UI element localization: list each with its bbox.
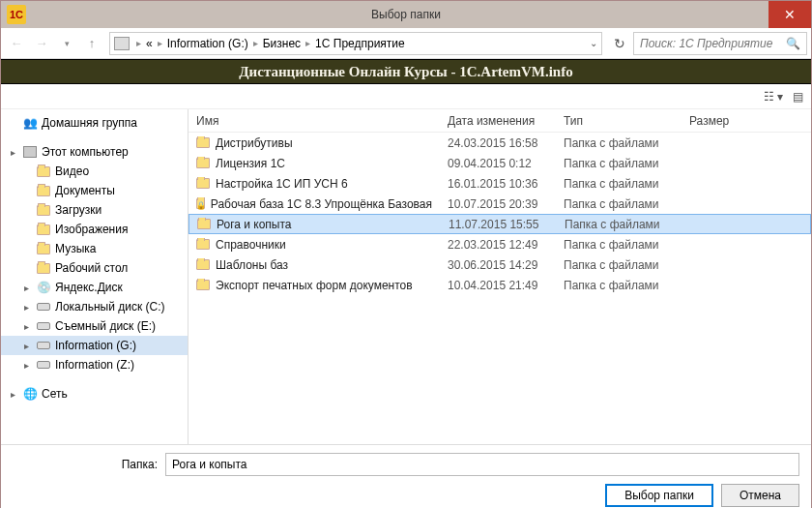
file-type: Папка с файлами bbox=[557, 218, 682, 231]
tree-item[interactable]: Изображения bbox=[1, 220, 188, 239]
titlebar: 1C Выбор папки ✕ bbox=[1, 1, 811, 28]
nav-forward-button[interactable]: → bbox=[30, 32, 53, 55]
drive-icon bbox=[36, 357, 51, 373]
tree-item-label: Видео bbox=[55, 164, 89, 178]
drive-removable-icon bbox=[36, 318, 51, 334]
search-icon: 🔍 bbox=[786, 37, 800, 50]
file-type: Папка с файлами bbox=[556, 197, 682, 211]
breadcrumb-part[interactable]: 1С Предприятие bbox=[315, 37, 405, 50]
breadcrumb-sep-icon: ▸ bbox=[158, 38, 162, 48]
expand-icon[interactable]: ▸ bbox=[20, 341, 32, 351]
nav-back-button[interactable]: ← bbox=[5, 32, 28, 55]
navbar: ← → ▾ ↑ ▸ « ▸ Information (G:) ▸ Бизнес … bbox=[1, 28, 811, 59]
folder-icon bbox=[196, 178, 210, 189]
expand-icon[interactable]: ▸ bbox=[7, 389, 18, 400]
nav-tree[interactable]: 👥Домашняя группа▸Этот компьютерВидеоДоку… bbox=[1, 109, 188, 444]
list-header[interactable]: Имя Дата изменения Тип Размер bbox=[188, 109, 811, 133]
nav-up-button[interactable]: ↑ bbox=[80, 32, 103, 55]
app-icon: 1C bbox=[7, 5, 26, 24]
drive-icon bbox=[36, 338, 51, 353]
file-name: Шаблоны баз bbox=[216, 258, 288, 272]
file-type: Папка с файлами bbox=[556, 238, 682, 252]
select-folder-label: Выбор папки bbox=[624, 489, 694, 502]
list-row[interactable]: Справочники22.03.2015 12:49Папка с файла… bbox=[188, 234, 811, 254]
file-date: 22.03.2015 12:49 bbox=[440, 238, 556, 252]
list-row[interactable]: Лицензия 1С09.04.2015 0:12Папка с файлам… bbox=[188, 153, 811, 173]
expand-icon[interactable]: ▸ bbox=[20, 360, 32, 371]
breadcrumb[interactable]: ▸ « ▸ Information (G:) ▸ Бизнес ▸ 1С Пре… bbox=[109, 32, 602, 55]
tree-item-label: Information (Z:) bbox=[55, 358, 134, 372]
tree-item[interactable]: Документы bbox=[1, 181, 188, 200]
file-name: Экспорт печатных форм документов bbox=[216, 279, 413, 292]
file-type: Папка с файлами bbox=[556, 136, 682, 150]
breadcrumb-sep-icon: ▸ bbox=[136, 38, 141, 48]
homegroup-icon: 👥 bbox=[22, 115, 38, 131]
tree-item-label: Яндекс.Диск bbox=[55, 281, 123, 294]
file-date: 10.07.2015 20:39 bbox=[440, 197, 556, 211]
breadcrumb-dropdown-icon[interactable]: ⌄ bbox=[590, 38, 597, 48]
folder-icon bbox=[197, 219, 211, 229]
col-header-name[interactable]: Имя bbox=[188, 114, 440, 128]
file-name: Дистрибутивы bbox=[216, 136, 293, 150]
folder-field-label: Папка: bbox=[109, 458, 158, 471]
tree-item-label: Домашняя группа bbox=[42, 116, 137, 130]
folder-icon bbox=[196, 137, 210, 148]
tree-item[interactable]: ▸💿Яндекс.Диск bbox=[1, 278, 188, 297]
computer-icon bbox=[114, 37, 130, 50]
view-icons-button[interactable]: ☷ ▾ bbox=[764, 90, 783, 104]
tree-item[interactable]: ▸Съемный диск (E:) bbox=[1, 316, 188, 336]
breadcrumb-part[interactable]: Information (G:) bbox=[167, 37, 248, 50]
folder-blue-icon bbox=[36, 260, 51, 276]
breadcrumb-ellipsis[interactable]: « bbox=[146, 37, 153, 50]
folder-picker-window: 1C Выбор папки ✕ ← → ▾ ↑ ▸ « ▸ Informati… bbox=[0, 0, 812, 508]
tree-item[interactable]: ▸Information (G:) bbox=[1, 336, 188, 355]
refresh-button[interactable]: ↻ bbox=[608, 32, 631, 55]
tree-item[interactable]: ▸Локальный диск (C:) bbox=[1, 297, 188, 316]
list-row[interactable]: Настройка 1С ИП УСН 616.01.2015 10:36Пап… bbox=[188, 173, 811, 194]
file-list[interactable]: Имя Дата изменения Тип Размер Дистрибути… bbox=[188, 109, 811, 444]
col-header-size[interactable]: Размер bbox=[682, 114, 759, 128]
breadcrumb-sep-icon: ▸ bbox=[253, 38, 258, 48]
list-row[interactable]: Дистрибутивы24.03.2015 16:58Папка с файл… bbox=[188, 133, 811, 153]
tree-item[interactable]: ▸Information (Z:) bbox=[1, 355, 188, 374]
expand-icon[interactable]: ▸ bbox=[7, 147, 18, 158]
list-row[interactable]: Экспорт печатных форм документов10.04.20… bbox=[188, 275, 811, 295]
cancel-button[interactable]: Отмена bbox=[721, 484, 799, 507]
tree-item[interactable]: Загрузки bbox=[1, 200, 188, 220]
tree-item-label: Изображения bbox=[55, 223, 128, 236]
tree-item[interactable]: Видео bbox=[1, 162, 188, 181]
list-row[interactable]: Шаблоны баз30.06.2015 14:29Папка с файла… bbox=[188, 254, 811, 275]
nav-recent-dropdown[interactable]: ▾ bbox=[55, 32, 78, 55]
tree-item[interactable]: ▸Этот компьютер bbox=[1, 142, 188, 162]
folder-name-input[interactable] bbox=[165, 453, 799, 476]
window-title: Выбор папки bbox=[1, 8, 811, 21]
expand-icon[interactable]: ▸ bbox=[20, 321, 32, 332]
tree-item[interactable]: Рабочий стол bbox=[1, 258, 188, 278]
file-type: Папка с файлами bbox=[556, 177, 682, 191]
search-input[interactable] bbox=[640, 37, 786, 50]
overlay-banner: Дистанционные Онлайн Курсы - 1C.ArtemVM.… bbox=[1, 59, 811, 84]
expand-icon[interactable]: ▸ bbox=[20, 283, 32, 293]
expand-icon[interactable]: ▸ bbox=[20, 302, 32, 313]
col-header-date[interactable]: Дата изменения bbox=[440, 114, 556, 128]
tree-item[interactable]: Музыка bbox=[1, 239, 188, 258]
tree-item[interactable]: ▸🌐Сеть bbox=[1, 384, 188, 403]
search-box[interactable]: 🔍 bbox=[633, 32, 807, 55]
list-row[interactable]: Рога и копыта11.07.2015 15:55Папка с фай… bbox=[188, 214, 811, 234]
list-row[interactable]: Рабочая база 1С 8.3 Упрощёнка Базовая10.… bbox=[188, 194, 811, 214]
folder-blue-icon bbox=[36, 164, 51, 179]
folder-blue-icon bbox=[36, 222, 51, 237]
close-button[interactable]: ✕ bbox=[768, 1, 811, 28]
network-icon: 🌐 bbox=[22, 386, 38, 402]
breadcrumb-part[interactable]: Бизнес bbox=[263, 37, 301, 50]
select-folder-button[interactable]: Выбор папки bbox=[605, 484, 713, 507]
col-header-type[interactable]: Тип bbox=[556, 114, 682, 128]
tree-item-label: Музыка bbox=[55, 242, 96, 255]
tree-item-label: Этот компьютер bbox=[42, 145, 129, 159]
folder-icon bbox=[196, 239, 210, 250]
drive-icon bbox=[36, 299, 51, 314]
tree-item-label: Сеть bbox=[42, 387, 68, 401]
tree-item[interactable]: 👥Домашняя группа bbox=[1, 113, 188, 133]
view-list-button[interactable]: ▤ bbox=[793, 90, 803, 104]
tree-item-label: Документы bbox=[55, 184, 115, 197]
